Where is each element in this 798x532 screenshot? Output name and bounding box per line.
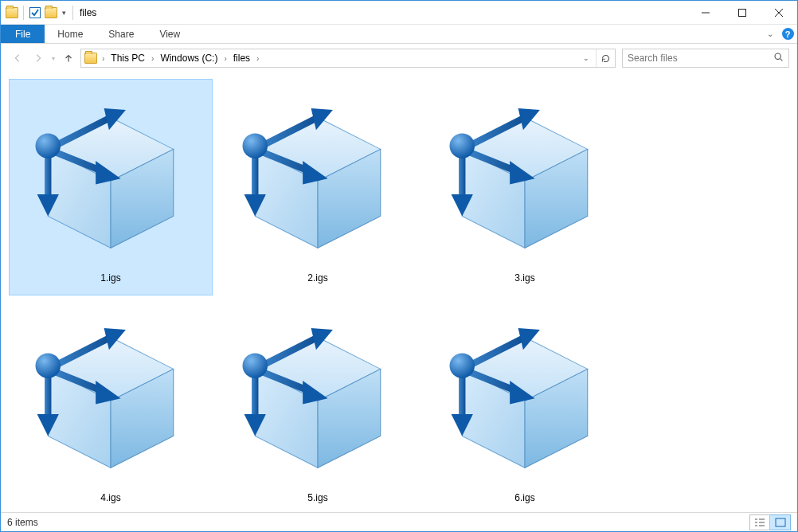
chevron-right-icon[interactable]: › [255,54,260,63]
details-view-button[interactable] [749,514,770,530]
file-item[interactable]: 4.igs [9,299,213,512]
minimize-button[interactable] [687,1,724,25]
file-name-label: 4.igs [100,492,120,503]
search-icon[interactable] [773,52,784,65]
tab-home[interactable]: Home [45,25,96,43]
properties-check-icon[interactable] [29,6,41,19]
status-bar: 6 items [1,512,797,531]
svg-point-42 [36,353,61,378]
file-tab-label: File [15,29,30,40]
file-thumbnail-icon [226,304,409,487]
title-bar: ▾ files [1,1,797,25]
svg-rect-1 [739,9,746,16]
svg-rect-0 [30,7,41,18]
address-history-caret[interactable]: ⌄ [577,49,596,67]
thumbnails-view-button[interactable] [770,514,791,530]
breadcrumb-item[interactable]: This PC [108,53,148,64]
tab-label: View [159,29,180,40]
new-folder-icon[interactable] [45,7,57,18]
svg-point-62 [450,353,475,378]
file-thumbnail-icon [19,84,202,268]
breadcrumb-item[interactable]: files [230,53,253,64]
ribbon-collapse-caret[interactable]: ⌄ [762,25,778,43]
file-name-label: 6.igs [514,492,534,503]
recent-locations-caret[interactable]: ▾ [50,55,57,62]
qat-customize-caret[interactable]: ▾ [61,9,68,17]
maximize-button[interactable] [724,1,761,25]
ribbon-tabs: File Home Share View ⌄ ? [1,25,797,44]
svg-point-22 [243,133,268,158]
folder-icon [6,7,18,18]
svg-point-52 [243,353,268,378]
view-mode-toggle [749,514,791,530]
address-bar[interactable]: › This PC › Windows (C:) › files › ⌄ [80,49,616,68]
svg-point-32 [450,133,475,158]
file-thumbnail-icon [433,84,616,268]
file-name-label: 2.igs [307,272,327,284]
file-item[interactable]: 2.igs [216,79,420,295]
window-controls [687,1,797,25]
breadcrumb-item[interactable]: Windows (C:) [157,53,221,64]
tab-view[interactable]: View [147,25,193,43]
file-thumbnail-icon [19,304,202,487]
quick-access-toolbar: ▾ [1,6,75,20]
forward-button[interactable] [29,49,47,68]
file-item[interactable]: 1.igs [9,79,213,295]
file-thumbnail-icon [433,304,616,487]
file-name-label: 3.igs [514,272,534,284]
folder-icon [84,53,97,64]
svg-point-2 [775,53,780,59]
refresh-button[interactable] [596,49,615,67]
help-icon: ? [782,28,794,40]
svg-point-12 [36,133,61,158]
chevron-right-icon[interactable]: › [100,54,106,63]
file-item[interactable]: 3.igs [423,79,627,295]
separator [72,6,73,20]
up-button[interactable] [60,49,77,68]
file-list: 1.igs 2.igs [1,72,797,512]
search-placeholder: Search files [628,53,678,64]
tab-share[interactable]: Share [96,25,147,43]
file-name-label: 1.igs [100,272,120,284]
file-tab[interactable]: File [1,25,45,43]
back-button[interactable] [9,49,26,68]
tab-label: Share [108,29,134,40]
file-item[interactable]: 5.igs [216,299,420,512]
close-button[interactable] [761,1,797,25]
tab-label: Home [57,29,83,40]
separator [23,6,24,20]
item-count: 6 items [7,517,38,528]
file-item[interactable]: 6.igs [423,299,627,512]
window-title: files [80,7,96,18]
help-button[interactable]: ? [778,25,797,43]
navigation-row: ▾ › This PC › Windows (C:) › files › ⌄ S… [1,44,797,72]
file-thumbnail-icon [226,84,409,268]
svg-rect-63 [776,518,785,526]
search-input[interactable]: Search files [622,49,789,68]
chevron-right-icon[interactable]: › [150,54,155,63]
file-name-label: 5.igs [307,492,327,503]
chevron-right-icon[interactable]: › [222,54,228,63]
